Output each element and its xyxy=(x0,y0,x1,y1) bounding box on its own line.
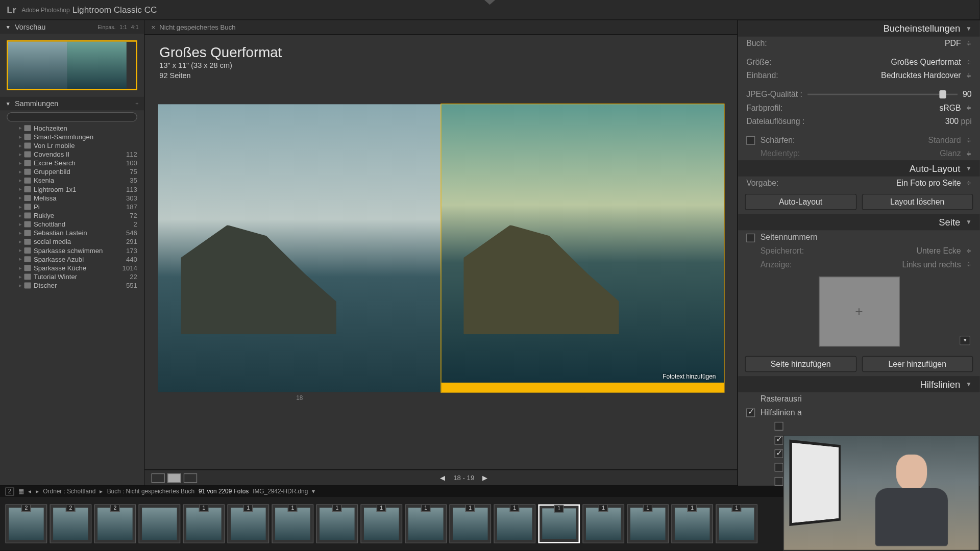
page-template-well[interactable]: + xyxy=(818,276,899,346)
navigator-preview[interactable] xyxy=(0,34,144,97)
collection-item[interactable]: ▸Schottland2 xyxy=(0,220,144,229)
next-page-button[interactable]: ▶ xyxy=(482,474,488,481)
jpeg-quality-value[interactable]: 90 xyxy=(963,89,972,98)
zoom-4-1[interactable]: 4:1 xyxy=(131,24,139,30)
prev-page-button[interactable]: ◀ xyxy=(440,474,446,481)
collection-item[interactable]: ▸Pi187 xyxy=(0,203,144,211)
guide-opt-2-checkbox[interactable] xyxy=(774,436,783,444)
collections-header[interactable]: ▼ Sammlungen + xyxy=(0,97,144,110)
select-pagenum-display[interactable]: Links und rechts xyxy=(902,259,971,268)
filmstrip-thumb[interactable]: 1 xyxy=(360,504,402,543)
page-right[interactable]: Fototext hinzufügen 19 xyxy=(441,104,724,392)
sharpen-checkbox[interactable] xyxy=(746,136,755,145)
breadcrumb-folder[interactable]: Ordner : Schottland xyxy=(43,488,95,495)
section-page[interactable]: Seite▼ xyxy=(738,214,979,231)
select-size[interactable]: Großes Querformat xyxy=(891,57,971,66)
caption-placeholder[interactable]: Fototext hinzufügen xyxy=(663,373,716,380)
collection-item[interactable]: ▸Lightroom 1x1113 xyxy=(0,185,144,193)
flag-icon[interactable]: ▾ xyxy=(312,488,315,495)
auto-layout-button[interactable]: Auto-Layout xyxy=(745,194,856,210)
template-menu-icon[interactable]: ▾ xyxy=(959,335,970,344)
guide-opt-4-checkbox[interactable] xyxy=(774,463,783,471)
add-blank-button[interactable]: Leer hinzufügen xyxy=(862,356,973,372)
select-book-format[interactable]: PDF xyxy=(944,38,971,47)
second-monitor-icon[interactable]: 2 xyxy=(6,488,14,496)
resolution-value[interactable]: 300 xyxy=(945,116,958,126)
zoom-fit[interactable]: Einpas. xyxy=(97,24,115,30)
collection-item[interactable]: ▸Hochzeiten xyxy=(0,124,144,133)
collection-item[interactable]: ▸Excire Search100 xyxy=(0,159,144,167)
zoom-1-1[interactable]: 1:1 xyxy=(119,24,127,30)
collections-filter-input[interactable] xyxy=(7,112,137,121)
collection-item[interactable]: ▸Sebastian Lastein546 xyxy=(0,229,144,237)
filmstrip-thumb[interactable]: 1 xyxy=(183,504,225,543)
guide-opt-1-checkbox[interactable] xyxy=(774,422,783,431)
filmstrip-thumb[interactable]: 1 xyxy=(405,504,447,543)
section-auto-layout[interactable]: Auto-Layout▼ xyxy=(738,160,979,177)
right-panel: Bucheinstellungen▼ Buch:PDF Größe:Großes… xyxy=(738,20,979,486)
filmstrip-thumb[interactable]: 1 xyxy=(582,504,624,543)
page-left[interactable]: 18 xyxy=(158,104,441,392)
section-book-settings[interactable]: Bucheinstellungen▼ xyxy=(738,20,979,37)
clear-layout-button[interactable]: Layout löschen xyxy=(862,194,973,210)
jpeg-quality-slider[interactable] xyxy=(807,93,957,95)
guide-opt-5-checkbox[interactable] xyxy=(774,477,783,485)
view-spread-icon[interactable] xyxy=(167,473,181,482)
prev-icon[interactable]: ◂ xyxy=(28,488,32,495)
close-tab-icon[interactable]: × xyxy=(152,23,156,31)
page-numbers-checkbox[interactable] xyxy=(746,233,755,242)
filmstrip-thumb[interactable]: 1 xyxy=(272,504,313,543)
collection-item[interactable]: ▸Sparkasse Azubi440 xyxy=(0,255,144,264)
panel-toggle-top[interactable] xyxy=(484,0,495,5)
filmstrip-thumb[interactable]: 1 xyxy=(316,504,358,543)
titlebar: Lr Adobe Photoshop Lightroom Classic CC xyxy=(0,0,979,20)
collection-item[interactable]: ▸Rukiye72 xyxy=(0,211,144,220)
filmstrip-thumb[interactable]: 2 xyxy=(50,504,92,543)
filmstrip-thumb[interactable]: 2 xyxy=(6,504,47,543)
add-collection-icon[interactable]: + xyxy=(135,101,138,107)
collection-item[interactable]: ▸Sparkasse schwimmen173 xyxy=(0,246,144,255)
collection-item[interactable]: ▸Covendos II112 xyxy=(0,150,144,159)
guide-opt-3-checkbox[interactable] xyxy=(774,449,783,458)
preview-header[interactable]: ▼ Vorschau Einpas. 1:1 4:1 xyxy=(0,20,144,34)
filmstrip-thumb[interactable]: 1 xyxy=(716,504,757,543)
view-grid-icon[interactable] xyxy=(152,473,165,482)
view-single-icon[interactable] xyxy=(184,473,197,482)
collection-item[interactable]: ▸Sparkasse Küche1014 xyxy=(0,264,144,272)
select-color-profile[interactable]: sRGB xyxy=(939,103,971,112)
section-guides[interactable]: Hilfslinien▼ xyxy=(738,375,979,392)
select-pagenum-location[interactable]: Untere Ecke xyxy=(916,246,971,255)
select-media[interactable]: Glanz xyxy=(940,149,971,158)
filmstrip-thumb[interactable]: 1 xyxy=(627,504,669,543)
breadcrumb-book[interactable]: Buch : Nicht gespeichertes Buch xyxy=(107,488,194,495)
page-range: 18 - 19 xyxy=(453,474,474,481)
filmstrip-thumb[interactable]: 1 xyxy=(538,504,580,543)
collection-item[interactable]: ▸Von Lr mobile xyxy=(0,141,144,150)
collection-item[interactable]: ▸Smart-Sammlungen xyxy=(0,133,144,141)
label-location: Speicherort: xyxy=(746,246,804,255)
show-guides-checkbox[interactable] xyxy=(746,408,755,417)
add-page-button[interactable]: Seite hinzufügen xyxy=(745,356,856,372)
collection-item[interactable]: ▸Gruppenbild75 xyxy=(0,167,144,176)
book-page-count: 92 Seiten xyxy=(159,71,722,81)
collection-item[interactable]: ▸Tutorial Winter22 xyxy=(0,272,144,281)
collection-item[interactable]: ▸Ksenia35 xyxy=(0,176,144,185)
select-cover[interactable]: Bedrucktes Hardcover xyxy=(881,70,972,80)
filmstrip-thumb[interactable]: 1 xyxy=(449,504,491,543)
filmstrip-thumb[interactable]: 1 xyxy=(494,504,535,543)
filmstrip-thumb[interactable]: 1 xyxy=(671,504,713,543)
tab-unsaved-book[interactable]: Nicht gespeichertes Buch xyxy=(159,23,235,31)
filmstrip-thumb[interactable] xyxy=(139,504,181,543)
select-layout-preset[interactable]: Ein Foto pro Seite xyxy=(896,179,971,188)
collection-item[interactable]: ▸social media291 xyxy=(0,237,144,246)
filmstrip-thumb[interactable]: 1 xyxy=(227,504,269,543)
grid-view-icon[interactable]: ▦ xyxy=(18,488,24,495)
collection-item[interactable]: ▸Melissa303 xyxy=(0,194,144,203)
collection-item[interactable]: ▸Dtscher551 xyxy=(0,281,144,290)
next-icon[interactable]: ▸ xyxy=(36,488,39,495)
select-sharpen[interactable]: Standard xyxy=(928,135,971,144)
page-spread[interactable]: 18 Fototext hinzufügen 19 xyxy=(144,84,737,469)
preview-label: Vorschau xyxy=(15,23,45,31)
label-cover: Einband: xyxy=(746,70,778,80)
filmstrip-thumb[interactable]: 2 xyxy=(94,504,136,543)
